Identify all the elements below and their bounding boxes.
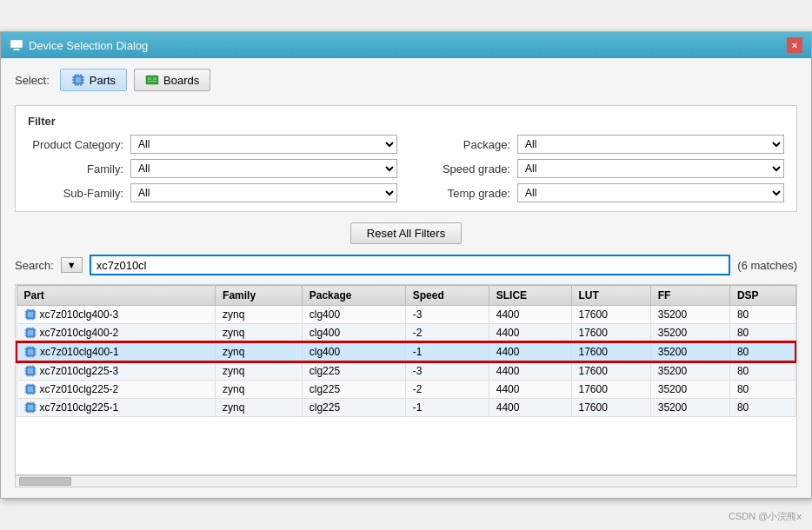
col-dsp: DSP xyxy=(729,286,795,306)
filter-grid: Product Category: All Package: All Famil… xyxy=(28,135,784,202)
results-table-container: Part Family Package Speed SLICE LUT FF D… xyxy=(15,284,797,475)
part-name: xc7z010clg400-1 xyxy=(40,346,119,358)
sub-family-label: Sub-Family: xyxy=(28,187,123,200)
table-header: Part Family Package Speed SLICE LUT FF D… xyxy=(17,286,795,306)
cell-speed: -1 xyxy=(405,342,489,361)
cell-package: clg400 xyxy=(302,342,405,361)
col-package: Package xyxy=(302,286,405,306)
svg-rect-64 xyxy=(28,368,33,374)
chip-icon xyxy=(24,365,37,377)
watermark: CSDN @小浣熊x xyxy=(729,510,802,523)
boards-tab-label: Boards xyxy=(163,74,199,87)
cell-slice: 4400 xyxy=(489,306,571,324)
device-selection-dialog: Device Selection Dialog × Select: xyxy=(0,31,812,499)
cell-lut: 17600 xyxy=(571,361,650,381)
cell-part: xc7z010clg400-2 xyxy=(17,324,216,343)
select-row: Select: xyxy=(15,69,797,91)
svg-rect-78 xyxy=(28,387,33,392)
cell-part: xc7z010clg400-3 xyxy=(17,306,216,324)
cell-slice: 4400 xyxy=(489,342,571,361)
svg-rect-19 xyxy=(153,77,156,80)
cell-part: xc7z010clg225-1 xyxy=(17,399,216,417)
speed-grade-select[interactable]: All xyxy=(517,159,784,178)
col-part: Part xyxy=(17,286,216,306)
family-row: Family: All xyxy=(28,159,397,178)
svg-rect-0 xyxy=(10,40,23,48)
search-input[interactable] xyxy=(90,255,731,275)
svg-rect-18 xyxy=(148,77,151,80)
dialog-title: Device Selection Dialog xyxy=(29,39,148,52)
reset-row: Reset All Filters xyxy=(15,222,797,244)
cell-package: clg225 xyxy=(302,399,405,417)
cell-package: clg225 xyxy=(302,381,405,399)
scrollbar-thumb[interactable] xyxy=(19,477,71,486)
table-row[interactable]: xc7z010clg225-1 zynqclg225-1440017600352… xyxy=(17,399,795,417)
boards-tab-button[interactable]: Boards xyxy=(134,69,210,91)
family-select[interactable]: All xyxy=(130,159,397,178)
package-select[interactable]: All xyxy=(517,135,784,154)
cell-part: xc7z010clg400-1 xyxy=(17,342,216,361)
svg-rect-92 xyxy=(28,405,33,410)
temp-grade-label: Temp grade: xyxy=(415,187,510,200)
search-label: Search: xyxy=(15,259,54,272)
cell-ff: 35200 xyxy=(650,306,729,324)
boards-icon xyxy=(145,73,159,87)
dialog-content: Select: xyxy=(1,58,811,498)
cell-family: zynq xyxy=(216,306,303,324)
svg-rect-2 xyxy=(13,50,20,50)
table-body: xc7z010clg400-3 zynqclg400-3440017600352… xyxy=(17,306,795,417)
title-bar: Device Selection Dialog × xyxy=(1,32,811,58)
cell-family: zynq xyxy=(216,381,303,399)
cell-ff: 35200 xyxy=(650,361,729,381)
table-row[interactable]: xc7z010clg400-1 zynqclg400-1440017600352… xyxy=(17,342,795,361)
cell-ff: 35200 xyxy=(650,399,729,417)
part-name: xc7z010clg225-3 xyxy=(40,365,119,377)
svg-rect-4 xyxy=(76,77,81,83)
table-row[interactable]: xc7z010clg225-3 zynqclg225-3440017600352… xyxy=(17,361,795,381)
temp-grade-select[interactable]: All xyxy=(517,183,784,202)
package-label: Package: xyxy=(415,138,510,151)
table-row[interactable]: xc7z010clg400-2 zynqclg400-2440017600352… xyxy=(17,324,795,343)
table-row[interactable]: xc7z010clg225-2 zynqclg225-2440017600352… xyxy=(17,381,795,399)
speed-grade-row: Speed grade: All xyxy=(415,159,784,178)
cell-family: zynq xyxy=(216,399,303,417)
temp-grade-row: Temp grade: All xyxy=(415,183,784,202)
reset-all-filters-button[interactable]: Reset All Filters xyxy=(350,222,462,244)
search-dropdown-button[interactable]: ▼ xyxy=(61,257,83,273)
cell-ff: 35200 xyxy=(650,324,729,343)
col-slice: SLICE xyxy=(489,286,571,306)
cell-slice: 4400 xyxy=(489,324,571,343)
col-speed: Speed xyxy=(405,286,489,306)
cell-speed: -2 xyxy=(405,381,489,399)
cell-lut: 17600 xyxy=(571,324,650,343)
search-dropdown-arrow: ▼ xyxy=(67,260,77,270)
product-category-select[interactable]: All xyxy=(130,135,397,154)
cell-slice: 4400 xyxy=(489,399,571,417)
cell-speed: -3 xyxy=(405,361,489,381)
sub-family-select[interactable]: All xyxy=(130,183,397,202)
close-button[interactable]: × xyxy=(787,37,802,53)
horizontal-scrollbar[interactable] xyxy=(15,475,797,487)
cell-dsp: 80 xyxy=(729,324,795,343)
sub-family-row: Sub-Family: All xyxy=(28,183,397,202)
cell-family: zynq xyxy=(216,324,303,343)
cell-ff: 35200 xyxy=(650,342,729,361)
cell-ff: 35200 xyxy=(650,381,729,399)
table-row[interactable]: xc7z010clg400-3 zynqclg400-3440017600352… xyxy=(17,306,795,324)
col-family: Family xyxy=(216,286,303,306)
svg-rect-50 xyxy=(28,349,33,354)
chip-icon xyxy=(24,401,37,414)
chip-icon xyxy=(24,327,37,339)
cell-dsp: 80 xyxy=(729,342,795,361)
product-category-row: Product Category: All xyxy=(28,135,397,154)
search-row: Search: ▼ (6 matches) xyxy=(15,255,797,275)
chip-icon xyxy=(24,308,37,321)
cell-dsp: 80 xyxy=(729,361,795,381)
parts-tab-button[interactable]: Parts xyxy=(60,69,127,91)
cell-speed: -1 xyxy=(405,399,489,417)
part-name: xc7z010clg400-2 xyxy=(40,327,119,339)
cell-package: clg225 xyxy=(302,361,405,381)
svg-rect-36 xyxy=(28,330,33,335)
cell-part: xc7z010clg225-2 xyxy=(17,381,216,399)
part-name: xc7z010clg400-3 xyxy=(40,308,119,321)
